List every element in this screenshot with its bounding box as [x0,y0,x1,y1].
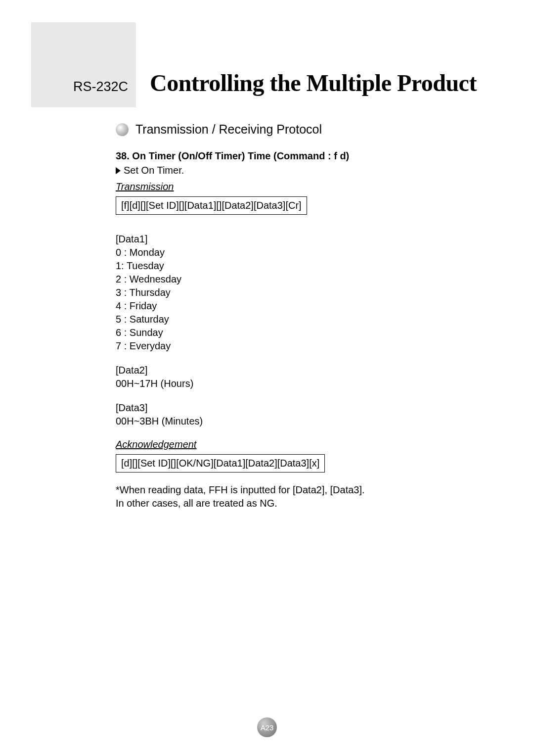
page-number: A23 [261,723,274,732]
page-number-badge: A23 [257,717,277,737]
header-grey-box: RS-232C [31,22,136,107]
command-description-row: Set On Timer. [116,165,485,176]
data1-item: 6 : Sunday [116,326,485,339]
data1-item: 5 : Saturday [116,313,485,326]
data1-item: 7 : Everyday [116,339,485,353]
transmission-code-box: [f][d][][Set ID][][Data1][][Data2][Data3… [116,196,307,215]
data1-item: 0 : Monday [116,246,485,259]
data1-item: 4 : Friday [116,299,485,313]
data3-value: 00H~3BH (Minutes) [116,415,485,428]
note-line: In other cases, all are treated as NG. [116,497,485,510]
data3-label: [Data3] [116,401,485,415]
data1-block: [Data1] 0 : Monday 1: Tuesday 2 : Wednes… [116,233,485,353]
bullet-sphere-icon [116,123,129,136]
note-line: *When reading data, FFH is inputted for … [116,483,485,497]
page-container: RS-232C Controlling the Multiple Product… [0,0,534,756]
data3-block: [Data3] 00H~3BH (Minutes) [116,401,485,428]
acknowledgement-label: Acknowledgement [116,439,485,450]
data2-label: [Data2] [116,364,485,377]
transmission-label: Transmission [116,181,485,192]
data1-item: 1: Tuesday [116,259,485,273]
acknowledgement-code-box: [d][][Set ID][][OK/NG][Data1][Data2][Dat… [116,454,325,472]
data1-label: [Data1] [116,233,485,246]
section-header: Transmission / Receiving Protocol [116,122,485,137]
triangle-right-icon [116,167,121,174]
data1-item: 3 : Thursday [116,286,485,299]
data1-item: 2 : Wednesday [116,273,485,286]
data2-block: [Data2] 00H~17H (Hours) [116,364,485,390]
command-heading: 38. On Timer (On/Off Timer) Time (Comman… [116,150,485,162]
note-block: *When reading data, FFH is inputted for … [116,483,485,510]
data2-value: 00H~17H (Hours) [116,377,485,390]
page-title: Controlling the Multiple Product [150,69,477,107]
section-title: Transmission / Receiving Protocol [135,122,322,137]
command-description: Set On Timer. [124,165,184,176]
content-area: Transmission / Receiving Protocol 38. On… [116,122,485,510]
header-prefix: RS-232C [73,79,128,94]
header-band: RS-232C Controlling the Multiple Product [31,22,534,107]
